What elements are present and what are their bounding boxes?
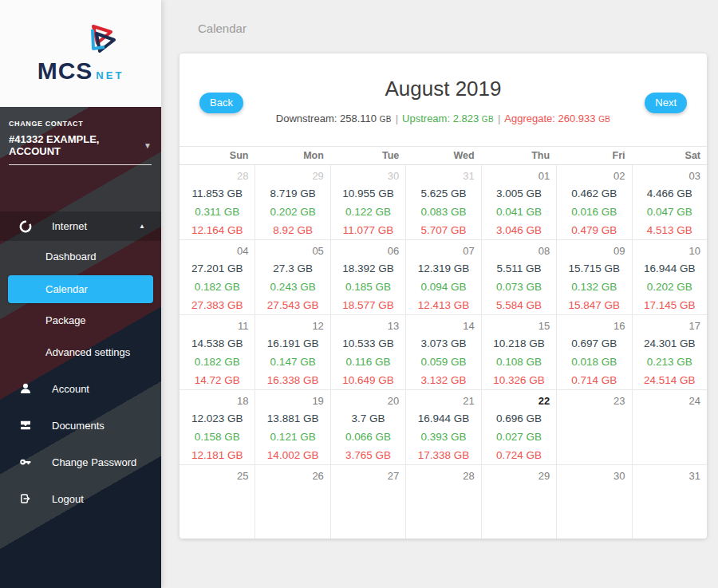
day-values: 16.191 GB 0.147 GB 16.338 GB [255, 334, 329, 389]
day-number: 13 [331, 315, 405, 332]
upstream-value: 0.182 GB [180, 278, 254, 296]
aggregate-value: 3.046 GB [482, 221, 556, 239]
day-number: 24 [633, 390, 707, 407]
calendar-day-cell[interactable]: 18 12.023 GB 0.158 GB 12.181 GB [180, 390, 254, 465]
summary-aggregate: Aggregate: 260.933 GB [504, 112, 610, 124]
sidebar-item-package[interactable]: Package [0, 305, 161, 337]
weekday-label: Wed [405, 147, 480, 164]
change-contact-label: CHANGE CONTACT [9, 120, 152, 128]
calendar-day-cell[interactable]: 31 [632, 465, 707, 539]
documents-icon [18, 418, 33, 432]
calendar-day-cell[interactable]: 19 13.881 GB 0.121 GB 14.002 GB [254, 390, 329, 465]
day-values: 27.201 GB 0.182 GB 27.383 GB [180, 259, 254, 314]
calendar-day-cell[interactable]: 02 0.462 GB 0.016 GB 0.479 GB [556, 165, 631, 240]
calendar-day-cell[interactable]: 14 3.073 GB 0.059 GB 3.132 GB [405, 315, 480, 390]
day-number: 26 [255, 465, 329, 482]
calendar-day-cell[interactable]: 05 27.3 GB 0.243 GB 27.543 GB [254, 240, 329, 315]
aggregate-value: 4.513 GB [633, 221, 707, 239]
usage-summary: Downstream: 258.110 GB|Upstream: 2.823 G… [180, 112, 707, 124]
aggregate-value: 14.002 GB [255, 446, 329, 464]
day-values: 24.301 GB 0.213 GB 24.514 GB [633, 334, 707, 389]
day-values: 10.218 GB 0.108 GB 10.326 GB [482, 334, 556, 389]
calendar-day-cell[interactable]: 04 27.201 GB 0.182 GB 27.383 GB [180, 240, 254, 315]
calendar-day-cell[interactable]: 23 [556, 390, 631, 465]
day-values: 8.719 GB 0.202 GB 8.92 GB [255, 184, 329, 239]
calendar-day-cell[interactable]: 06 18.392 GB 0.185 GB 18.577 GB [330, 240, 405, 315]
day-number: 11 [180, 315, 254, 332]
calendar-day-cell[interactable]: 25 [180, 465, 254, 539]
day-number: 14 [406, 315, 480, 332]
sidebar-item-advanced-settings[interactable]: Advanced settings [0, 337, 161, 369]
day-number: 30 [557, 465, 631, 482]
day-number: 01 [482, 165, 556, 182]
calendar-day-cell[interactable]: 28 11.853 GB 0.311 GB 12.164 GB [180, 165, 254, 240]
calendar-day-cell[interactable]: 22 0.696 GB 0.027 GB 0.724 GB [481, 390, 556, 465]
weekday-label: Fri [556, 147, 631, 164]
calendar-day-cell[interactable]: 12 16.191 GB 0.147 GB 16.338 GB [254, 315, 329, 390]
day-values: 0.462 GB 0.016 GB 0.479 GB [557, 184, 631, 239]
calendar-day-cell[interactable]: 10 16.944 GB 0.202 GB 17.145 GB [632, 240, 707, 315]
calendar-day-cell[interactable]: 03 4.466 GB 0.047 GB 4.513 GB [632, 165, 707, 240]
day-number: 29 [255, 165, 329, 182]
logout-icon [18, 491, 33, 506]
calendar-day-cell[interactable]: 17 24.301 GB 0.213 GB 24.514 GB [632, 315, 707, 390]
day-values: 16.944 GB 0.202 GB 17.145 GB [633, 259, 707, 314]
calendar-day-cell[interactable]: 26 [254, 465, 329, 539]
calendar-day-cell[interactable]: 24 [632, 390, 707, 465]
day-number: 03 [633, 165, 707, 182]
day-values: 14.538 GB 0.182 GB 14.72 GB [180, 334, 254, 389]
summary-separator: | [396, 112, 398, 124]
sidebar-item-change-password[interactable]: Change Password [0, 444, 161, 480]
calendar-day-cell[interactable]: 21 16.944 GB 0.393 GB 17.338 GB [405, 390, 480, 465]
calendar-day-cell[interactable]: 27 [330, 465, 405, 539]
upstream-value: 0.132 GB [557, 278, 631, 296]
sidebar-item-documents[interactable]: Documents [0, 407, 161, 444]
logo[interactable]: MCS NET [0, 0, 161, 107]
calendar-day-cell[interactable]: 16 0.697 GB 0.018 GB 0.714 GB [556, 315, 631, 390]
day-number: 16 [557, 315, 631, 332]
downstream-value: 10.533 GB [331, 334, 405, 353]
day-values: 12.319 GB 0.094 GB 12.413 GB [406, 259, 480, 314]
aggregate-value: 8.92 GB [255, 221, 329, 239]
upstream-value: 0.083 GB [406, 203, 480, 221]
day-values: 15.715 GB 0.132 GB 15.847 GB [557, 259, 631, 314]
calendar-day-cell[interactable]: 07 12.319 GB 0.094 GB 12.413 GB [405, 240, 480, 315]
calendar-grid: SunMonTueWedThuFriSat 28 11.853 GB 0.311… [180, 146, 707, 539]
calendar-day-cell[interactable]: 30 10.955 GB 0.122 GB 11.077 GB [330, 165, 405, 240]
data-usage-icon [18, 219, 33, 234]
calendar-day-cell[interactable]: 13 10.533 GB 0.116 GB 10.649 GB [330, 315, 405, 390]
calendar-day-cell[interactable]: 09 15.715 GB 0.132 GB 15.847 GB [556, 240, 631, 315]
calendar-day-cell[interactable]: 11 14.538 GB 0.182 GB 14.72 GB [180, 315, 254, 390]
calendar-day-cell[interactable]: 31 5.625 GB 0.083 GB 5.707 GB [405, 165, 480, 240]
downstream-value: 8.719 GB [255, 184, 329, 203]
calendar-day-cell[interactable]: 20 3.7 GB 0.066 GB 3.765 GB [330, 390, 405, 465]
next-button[interactable]: Next [645, 93, 687, 113]
day-number: 30 [331, 165, 405, 182]
back-button[interactable]: Back [199, 93, 243, 113]
calendar-day-cell[interactable]: 01 3.005 GB 0.041 GB 3.046 GB [481, 165, 556, 240]
contact-select[interactable]: #41332 EXAMPLE, ACCOUNT ▼ [9, 133, 152, 165]
key-icon [18, 455, 33, 469]
upstream-value: 0.147 GB [255, 353, 329, 371]
sidebar-item-internet[interactable]: Internet ▲ [0, 211, 161, 241]
upstream-value: 0.243 GB [255, 278, 329, 296]
day-number: 02 [557, 165, 631, 182]
day-number: 21 [406, 390, 480, 407]
sidebar-item-calendar[interactable]: Calendar [8, 275, 153, 303]
day-values: 10.955 GB 0.122 GB 11.077 GB [331, 184, 405, 239]
sidebar-item-dashboard[interactable]: Dashboard [0, 241, 161, 273]
day-values: 18.392 GB 0.185 GB 18.577 GB [331, 259, 405, 314]
calendar-day-cell[interactable]: 08 5.511 GB 0.073 GB 5.584 GB [481, 240, 556, 315]
sidebar-item-logout[interactable]: Logout [0, 480, 161, 517]
calendar-day-cell[interactable]: 15 10.218 GB 0.108 GB 10.326 GB [481, 315, 556, 390]
calendar-day-cell[interactable]: 28 [405, 465, 480, 539]
aggregate-value: 11.077 GB [331, 221, 405, 239]
day-number: 08 [482, 240, 556, 257]
calendar-day-cell[interactable]: 29 8.719 GB 0.202 GB 8.92 GB [254, 165, 329, 240]
calendar-day-cell[interactable]: 30 [556, 465, 631, 539]
day-number: 25 [180, 465, 254, 482]
day-number: 29 [482, 465, 556, 482]
calendar-day-cell[interactable]: 29 [481, 465, 556, 539]
day-values: 5.625 GB 0.083 GB 5.707 GB [406, 184, 480, 239]
sidebar-item-account[interactable]: Account [0, 370, 161, 407]
